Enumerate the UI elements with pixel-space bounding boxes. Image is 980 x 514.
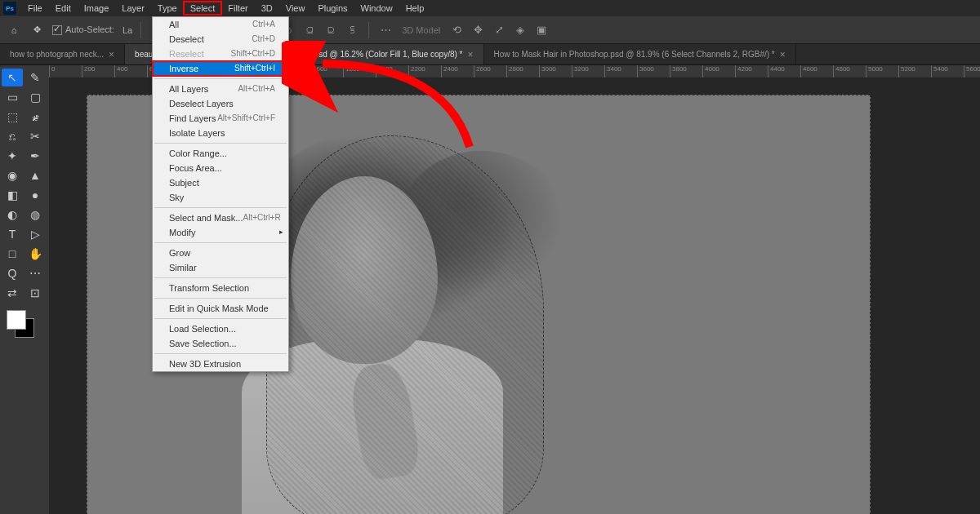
menu-separator <box>154 298 287 299</box>
menu-separator <box>154 207 287 208</box>
tool-button[interactable]: ● <box>24 186 46 204</box>
tool-button[interactable]: ✒ <box>24 147 46 165</box>
tool-button[interactable]: ⬚ <box>2 108 23 126</box>
home-icon[interactable]: ⌂ <box>7 23 21 38</box>
auto-select-toggle[interactable]: Auto-Select: <box>52 24 114 35</box>
menu-item-inverse[interactable]: InverseShift+Ctrl+I <box>153 61 288 76</box>
menu-view[interactable]: View <box>279 2 312 15</box>
ruler-tick: 2200 <box>408 65 441 78</box>
menu-filter[interactable]: Filter <box>221 2 254 15</box>
3d-icon[interactable]: ◈ <box>512 22 528 38</box>
menu-item-sky[interactable]: Sky <box>153 190 288 205</box>
menu-image[interactable]: Image <box>78 2 116 15</box>
tool-button[interactable]: ⇄ <box>2 284 23 302</box>
menu-separator <box>154 353 287 354</box>
close-icon[interactable]: × <box>780 49 786 60</box>
menu-item-grow[interactable]: Grow <box>153 246 288 260</box>
menu-item-reselect: ReselectShift+Ctrl+D <box>153 47 288 61</box>
menu-3d[interactable]: 3D <box>255 2 279 15</box>
menu-item-all[interactable]: AllCtrl+A <box>153 17 288 32</box>
menu-item-shortcut: Alt+Ctrl+R <box>243 213 281 223</box>
align-middle-icon[interactable]: ⫑ <box>301 22 318 38</box>
menu-item-all-layers[interactable]: All LayersAlt+Ctrl+A <box>153 82 288 96</box>
menu-file[interactable]: File <box>21 2 49 15</box>
tool-button[interactable]: ◉ <box>2 166 23 184</box>
ruler-tick: 1800 <box>343 65 376 78</box>
menu-item-deselect-layers[interactable]: Deselect Layers <box>153 96 288 111</box>
tool-button[interactable]: ▷ <box>24 225 46 243</box>
menu-item-label: All Layers <box>169 84 208 94</box>
align-bottom-icon[interactable]: ⫒ <box>323 22 339 38</box>
menu-item-modify[interactable]: Modify <box>153 225 288 240</box>
ruler-tick: 2400 <box>441 65 474 78</box>
menu-item-focus-area[interactable]: Focus Area... <box>153 161 288 175</box>
tool-button[interactable]: ✦ <box>2 147 23 165</box>
menu-plugins[interactable]: Plugins <box>311 2 354 15</box>
tool-button[interactable]: ▲ <box>24 166 46 184</box>
menu-bar: Ps FileEditImageLayerTypeSelectFilter3DV… <box>0 0 980 16</box>
tool-button[interactable]: ⋯ <box>24 264 46 282</box>
tool-button[interactable]: ◐ <box>2 206 23 224</box>
distribute-icon[interactable]: ⫓ <box>344 22 360 38</box>
document-tab[interactable]: How to Mask Hair in Photoshop.psd @ 81.9… <box>484 44 796 64</box>
menu-item-edit-in-quick-mask-mode[interactable]: Edit in Quick Mask Mode <box>153 301 288 316</box>
menu-help[interactable]: Help <box>399 2 431 15</box>
tool-button[interactable]: ⎌ <box>2 127 23 145</box>
tool-button[interactable]: ⸙ <box>24 108 46 126</box>
menu-select[interactable]: Select <box>184 2 222 15</box>
menu-item-label: Load Selection... <box>169 324 236 334</box>
tool-button[interactable]: ↖ <box>2 69 23 86</box>
menu-type[interactable]: Type <box>151 2 184 15</box>
tool-button[interactable]: ▢ <box>24 88 46 106</box>
menu-edit[interactable]: Edit <box>49 2 78 15</box>
tool-button[interactable]: ◧ <box>2 186 23 204</box>
dolly-icon[interactable]: ⤢ <box>491 22 507 38</box>
menu-item-label: Similar <box>169 263 197 273</box>
menu-item-select-and-mask[interactable]: Select and Mask...Alt+Ctrl+R <box>153 210 288 225</box>
camera-icon[interactable]: ▣ <box>533 22 550 38</box>
select-menu-dropdown: AllCtrl+ADeselectCtrl+DReselectShift+Ctr… <box>152 16 289 372</box>
options-bar: ⌂ ✥ Auto-Select: La ⊞ ▦ ⫍ ⫎ ⫏ ⫐ ⫑ ⫒ ⫓ ⋯ … <box>0 16 980 44</box>
menu-item-label: Subject <box>169 178 199 188</box>
menu-layer[interactable]: Layer <box>115 2 151 15</box>
close-icon[interactable]: × <box>109 49 114 60</box>
menu-item-transform-selection[interactable]: Transform Selection <box>153 281 288 295</box>
ruler-tick: 5400 <box>931 65 964 78</box>
tool-button[interactable]: ⊡ <box>24 284 46 302</box>
tool-button[interactable]: ◍ <box>24 206 46 224</box>
menu-item-subject[interactable]: Subject <box>153 175 288 190</box>
menu-item-load-selection[interactable]: Load Selection... <box>153 321 288 336</box>
move-tool-icon[interactable]: ✥ <box>29 23 44 38</box>
menu-item-new-3d-extrusion[interactable]: New 3D Extrusion <box>153 357 288 371</box>
color-swatches[interactable] <box>7 310 39 343</box>
menu-item-label: Find Layers <box>169 113 216 123</box>
3d-mode-label: 3D Model <box>402 25 440 35</box>
menu-item-find-layers[interactable]: Find LayersAlt+Shift+Ctrl+F <box>153 111 288 126</box>
tool-button[interactable]: □ <box>2 245 23 263</box>
foreground-color[interactable] <box>7 310 26 330</box>
menu-item-color-range[interactable]: Color Range... <box>153 146 288 161</box>
orbit-icon[interactable]: ⟲ <box>448 22 465 38</box>
close-icon[interactable]: × <box>468 49 474 60</box>
ruler-tick: 4000 <box>702 65 735 78</box>
menu-item-deselect[interactable]: DeselectCtrl+D <box>153 32 288 47</box>
tool-button[interactable]: T <box>2 225 23 243</box>
separator <box>140 22 141 38</box>
menu-item-label: All <box>169 20 179 29</box>
tool-button[interactable]: ▭ <box>2 88 23 106</box>
tool-button[interactable]: ✂ <box>24 127 46 145</box>
layer-dropdown[interactable]: La <box>122 25 132 35</box>
menu-item-similar[interactable]: Similar <box>153 260 288 275</box>
pan-icon[interactable]: ✥ <box>470 22 486 38</box>
menu-window[interactable]: Window <box>354 2 399 15</box>
menu-item-isolate-layers[interactable]: Isolate Layers <box>153 126 288 140</box>
tool-button[interactable]: ✋ <box>24 245 46 263</box>
ruler-tick: 3200 <box>572 65 604 78</box>
tool-button[interactable]: ✎ <box>24 69 46 86</box>
more-icon[interactable]: ⋯ <box>377 22 394 38</box>
ruler-tick: 4800 <box>833 65 866 78</box>
document-tab[interactable]: how to photograph neck...× <box>0 44 125 64</box>
tool-button[interactable]: Q <box>2 264 23 282</box>
menu-item-label: New 3D Extrusion <box>169 359 241 369</box>
menu-item-save-selection[interactable]: Save Selection... <box>153 336 288 351</box>
